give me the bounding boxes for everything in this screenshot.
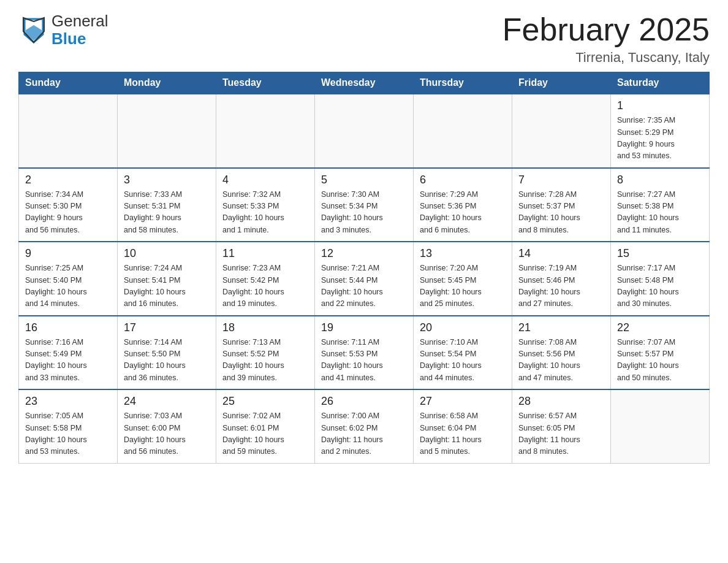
col-tuesday: Tuesday: [216, 72, 315, 94]
day-number: 19: [321, 321, 407, 334]
calendar-cell: 15Sunrise: 7:17 AM Sunset: 5:48 PM Dayli…: [611, 242, 710, 316]
calendar-cell: 6Sunrise: 7:29 AM Sunset: 5:36 PM Daylig…: [414, 168, 512, 242]
col-saturday: Saturday: [611, 72, 710, 94]
day-info: Sunrise: 7:14 AM Sunset: 5:50 PM Dayligh…: [124, 337, 210, 385]
calendar-cell: 20Sunrise: 7:10 AM Sunset: 5:54 PM Dayli…: [414, 316, 512, 390]
month-title: February 2025: [502, 12, 710, 47]
generalblue-logo-icon: [18, 13, 49, 47]
calendar-cell: 9Sunrise: 7:25 AM Sunset: 5:40 PM Daylig…: [19, 242, 118, 316]
day-info: Sunrise: 7:23 AM Sunset: 5:42 PM Dayligh…: [222, 262, 308, 310]
col-wednesday: Wednesday: [315, 72, 414, 94]
calendar-cell: 13Sunrise: 7:20 AM Sunset: 5:45 PM Dayli…: [414, 242, 512, 316]
day-number: 16: [25, 321, 111, 334]
day-info: Sunrise: 7:30 AM Sunset: 5:34 PM Dayligh…: [321, 189, 407, 237]
day-number: 17: [124, 321, 210, 334]
day-number: 13: [420, 247, 506, 260]
calendar-cell: 28Sunrise: 6:57 AM Sunset: 6:05 PM Dayli…: [512, 389, 611, 463]
week-row-2: 2Sunrise: 7:34 AM Sunset: 5:30 PM Daylig…: [19, 168, 710, 242]
calendar-cell: 23Sunrise: 7:05 AM Sunset: 5:58 PM Dayli…: [19, 389, 118, 463]
calendar-cell: [315, 94, 414, 168]
day-info: Sunrise: 7:35 AM Sunset: 5:29 PM Dayligh…: [617, 115, 703, 163]
day-info: Sunrise: 7:05 AM Sunset: 5:58 PM Dayligh…: [25, 410, 111, 458]
day-info: Sunrise: 7:24 AM Sunset: 5:41 PM Dayligh…: [124, 262, 210, 310]
calendar-cell: [512, 94, 611, 168]
calendar-cell: 16Sunrise: 7:16 AM Sunset: 5:49 PM Dayli…: [19, 316, 118, 390]
day-info: Sunrise: 7:17 AM Sunset: 5:48 PM Dayligh…: [617, 262, 703, 310]
day-number: 18: [222, 321, 308, 334]
day-info: Sunrise: 7:34 AM Sunset: 5:30 PM Dayligh…: [25, 189, 111, 237]
day-info: Sunrise: 7:08 AM Sunset: 5:56 PM Dayligh…: [518, 337, 604, 385]
day-number: 15: [617, 247, 703, 260]
calendar-cell: 18Sunrise: 7:13 AM Sunset: 5:52 PM Dayli…: [216, 316, 315, 390]
day-info: Sunrise: 7:21 AM Sunset: 5:44 PM Dayligh…: [321, 262, 407, 310]
calendar-cell: 10Sunrise: 7:24 AM Sunset: 5:41 PM Dayli…: [118, 242, 216, 316]
day-number: 10: [124, 247, 210, 260]
day-number: 26: [321, 395, 407, 408]
day-info: Sunrise: 7:19 AM Sunset: 5:46 PM Dayligh…: [518, 262, 604, 310]
day-info: Sunrise: 6:57 AM Sunset: 6:05 PM Dayligh…: [518, 410, 604, 458]
day-info: Sunrise: 7:00 AM Sunset: 6:02 PM Dayligh…: [321, 410, 407, 458]
day-number: 21: [518, 321, 604, 334]
day-number: 4: [222, 174, 308, 186]
calendar-cell: 26Sunrise: 7:00 AM Sunset: 6:02 PM Dayli…: [315, 389, 414, 463]
day-info: Sunrise: 7:29 AM Sunset: 5:36 PM Dayligh…: [420, 189, 506, 237]
calendar-cell: 24Sunrise: 7:03 AM Sunset: 6:00 PM Dayli…: [118, 389, 216, 463]
day-number: 27: [420, 395, 506, 408]
day-number: 9: [25, 247, 111, 260]
col-sunday: Sunday: [19, 72, 118, 94]
calendar-cell: [216, 94, 315, 168]
week-row-5: 23Sunrise: 7:05 AM Sunset: 5:58 PM Dayli…: [19, 389, 710, 463]
day-info: Sunrise: 7:20 AM Sunset: 5:45 PM Dayligh…: [420, 262, 506, 310]
col-friday: Friday: [512, 72, 611, 94]
day-number: 8: [617, 174, 703, 186]
calendar-cell: 12Sunrise: 7:21 AM Sunset: 5:44 PM Dayli…: [315, 242, 414, 316]
calendar-cell: 22Sunrise: 7:07 AM Sunset: 5:57 PM Dayli…: [611, 316, 710, 390]
day-number: 5: [321, 174, 407, 186]
day-number: 1: [617, 99, 703, 112]
day-number: 25: [222, 395, 308, 408]
day-info: Sunrise: 7:02 AM Sunset: 6:01 PM Dayligh…: [222, 410, 308, 458]
calendar-cell: [19, 94, 118, 168]
logo: General Blue: [18, 12, 108, 47]
calendar-cell: 8Sunrise: 7:27 AM Sunset: 5:38 PM Daylig…: [611, 168, 710, 242]
calendar-cell: 14Sunrise: 7:19 AM Sunset: 5:46 PM Dayli…: [512, 242, 611, 316]
calendar-table: Sunday Monday Tuesday Wednesday Thursday…: [18, 72, 710, 464]
calendar-cell: 27Sunrise: 6:58 AM Sunset: 6:04 PM Dayli…: [414, 389, 512, 463]
logo-text: General Blue: [51, 12, 108, 47]
day-info: Sunrise: 7:32 AM Sunset: 5:33 PM Dayligh…: [222, 189, 308, 237]
calendar-cell: 11Sunrise: 7:23 AM Sunset: 5:42 PM Dayli…: [216, 242, 315, 316]
calendar-cell: [611, 389, 710, 463]
day-info: Sunrise: 7:25 AM Sunset: 5:40 PM Dayligh…: [25, 262, 111, 310]
day-number: 6: [420, 174, 506, 186]
day-info: Sunrise: 7:27 AM Sunset: 5:38 PM Dayligh…: [617, 189, 703, 237]
calendar-cell: 25Sunrise: 7:02 AM Sunset: 6:01 PM Dayli…: [216, 389, 315, 463]
day-number: 22: [617, 321, 703, 334]
day-info: Sunrise: 7:13 AM Sunset: 5:52 PM Dayligh…: [222, 337, 308, 385]
calendar-cell: [414, 94, 512, 168]
col-thursday: Thursday: [414, 72, 512, 94]
title-area: February 2025 Tirrenia, Tuscany, Italy: [502, 12, 710, 66]
week-row-3: 9Sunrise: 7:25 AM Sunset: 5:40 PM Daylig…: [19, 242, 710, 316]
calendar-cell: 5Sunrise: 7:30 AM Sunset: 5:34 PM Daylig…: [315, 168, 414, 242]
calendar-cell: 21Sunrise: 7:08 AM Sunset: 5:56 PM Dayli…: [512, 316, 611, 390]
col-monday: Monday: [118, 72, 216, 94]
day-info: Sunrise: 7:33 AM Sunset: 5:31 PM Dayligh…: [124, 189, 210, 237]
day-number: 3: [124, 174, 210, 186]
week-row-4: 16Sunrise: 7:16 AM Sunset: 5:49 PM Dayli…: [19, 316, 710, 390]
day-number: 14: [518, 247, 604, 260]
day-info: Sunrise: 7:28 AM Sunset: 5:37 PM Dayligh…: [518, 189, 604, 237]
calendar-cell: 7Sunrise: 7:28 AM Sunset: 5:37 PM Daylig…: [512, 168, 611, 242]
calendar-cell: [118, 94, 216, 168]
calendar-cell: 3Sunrise: 7:33 AM Sunset: 5:31 PM Daylig…: [118, 168, 216, 242]
week-row-1: 1Sunrise: 7:35 AM Sunset: 5:29 PM Daylig…: [19, 94, 710, 168]
day-number: 7: [518, 174, 604, 186]
day-number: 12: [321, 247, 407, 260]
day-info: Sunrise: 7:16 AM Sunset: 5:49 PM Dayligh…: [25, 337, 111, 385]
day-number: 24: [124, 395, 210, 408]
day-info: Sunrise: 7:11 AM Sunset: 5:53 PM Dayligh…: [321, 337, 407, 385]
calendar-header-row: Sunday Monday Tuesday Wednesday Thursday…: [19, 72, 710, 94]
day-number: 28: [518, 395, 604, 408]
calendar-cell: 4Sunrise: 7:32 AM Sunset: 5:33 PM Daylig…: [216, 168, 315, 242]
calendar-cell: 17Sunrise: 7:14 AM Sunset: 5:50 PM Dayli…: [118, 316, 216, 390]
day-info: Sunrise: 7:10 AM Sunset: 5:54 PM Dayligh…: [420, 337, 506, 385]
